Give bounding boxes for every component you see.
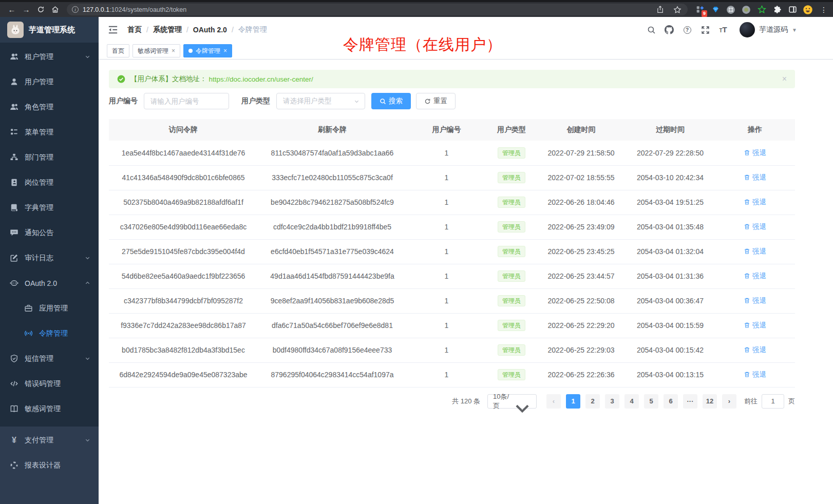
app-logo	[7, 22, 24, 38]
expire-time-cell: 2054-03-04 01:35:48	[626, 215, 715, 239]
force-logout-button[interactable]: 强退	[744, 173, 766, 182]
force-logout-button[interactable]: 强退	[744, 370, 766, 379]
share-icon[interactable]	[655, 5, 665, 15]
search-icon[interactable]	[647, 25, 656, 34]
extension-command-icon[interactable]	[726, 5, 736, 15]
breadcrumb-item[interactable]: OAuth 2.0	[193, 26, 227, 34]
user-id-input[interactable]	[144, 93, 229, 109]
force-logout-button[interactable]: 强退	[744, 272, 766, 281]
sidebar-item-errcode[interactable]: 错误码管理	[0, 371, 99, 396]
extension-devtools-icon[interactable]: 9	[695, 5, 705, 15]
next-page-button[interactable]: ›	[722, 394, 736, 409]
sidebar-item-dept[interactable]: 部门管理	[0, 145, 99, 170]
user-type-badge: 管理员	[498, 369, 525, 380]
goto-page-input[interactable]	[762, 394, 784, 409]
breadcrumb-item: 令牌管理	[238, 25, 267, 34]
sidebar-item-post[interactable]: 岗位管理	[0, 170, 99, 195]
sidebar-item-pay[interactable]: ¥支付管理	[0, 428, 99, 453]
sidebar-item-audit-log[interactable]: 审计日志	[0, 245, 99, 270]
page-button-5[interactable]: 5	[644, 394, 658, 409]
sidebar-item-user[interactable]: 用户管理	[0, 69, 99, 94]
search-button[interactable]: 搜索	[371, 93, 411, 109]
side-panel-icon[interactable]	[787, 5, 798, 15]
page-size-select[interactable]: 10条/页	[487, 394, 537, 409]
force-logout-button[interactable]: 强退	[744, 345, 766, 355]
sidebar-item-label: 审计日志	[25, 254, 53, 263]
user-menu[interactable]: 芋道源码 ▼	[740, 22, 797, 37]
forward-button[interactable]: →	[20, 4, 33, 16]
sidebar-item-menu[interactable]: 菜单管理	[0, 120, 99, 145]
tab-token[interactable]: 令牌管理×	[183, 44, 232, 57]
user-type-badge: 管理员	[498, 172, 525, 183]
prev-page-button[interactable]: ‹	[546, 394, 561, 409]
sidebar-item-sms[interactable]: 短信管理	[0, 346, 99, 371]
user-type-cell: 管理员	[486, 141, 537, 165]
tab-close-icon[interactable]: ×	[172, 47, 175, 54]
trash-icon	[744, 223, 750, 230]
page-button-1[interactable]: 1	[566, 394, 580, 409]
sidebar-item-oauth2-app[interactable]: 应用管理	[0, 296, 99, 321]
breadcrumb-item[interactable]: 系统管理	[153, 25, 182, 34]
app-logo-row[interactable]: 芋道管理系统	[0, 17, 99, 43]
sidebar-item-role[interactable]: 角色管理	[0, 94, 99, 120]
alert-close-icon[interactable]: ×	[782, 74, 787, 84]
tab-home[interactable]: 首页	[107, 44, 129, 57]
sidebar-item-tenant[interactable]: 租户管理	[0, 44, 99, 69]
sidebar-item-label: 令牌管理	[39, 329, 68, 338]
force-logout-button[interactable]: 强退	[744, 148, 766, 158]
sidebar-item-oauth2[interactable]: OAuth 2.0	[0, 270, 99, 296]
url-bar[interactable]: i 127.0.0.1:1024/system/oauth2/token	[67, 4, 688, 15]
sidebar-item-label: 短信管理	[25, 354, 53, 363]
page-button-4[interactable]: 4	[624, 394, 639, 409]
user-name: 芋道源码	[759, 25, 788, 34]
table-row: 41c41346a548490f9dc8b01c6bfe0865333ecfc7…	[109, 165, 795, 190]
sidebar-item-label: 错误码管理	[25, 379, 61, 389]
user-type-badge: 管理员	[498, 295, 525, 306]
collapse-sidebar-icon[interactable]	[108, 25, 118, 35]
browser-menu-icon[interactable]: ⋮	[820, 6, 828, 14]
search-icon	[380, 98, 386, 105]
back-button[interactable]: ←	[5, 4, 18, 16]
force-logout-button[interactable]: 强退	[744, 247, 766, 256]
tab-close-icon[interactable]: ×	[223, 47, 227, 54]
help-icon[interactable]: ?	[683, 25, 692, 34]
tab-sensitive-word[interactable]: 敏感词管理×	[132, 44, 180, 57]
access-token-cell: c342377bf8b344799dcbf7bf095287f2	[109, 288, 258, 313]
extension-gem-icon[interactable]	[710, 5, 721, 15]
force-logout-button[interactable]: 强退	[744, 296, 766, 305]
font-size-icon[interactable]: TT	[718, 25, 728, 34]
breadcrumb-item[interactable]: 首页	[127, 25, 142, 34]
user-type-select[interactable]: 请选择用户类型	[276, 93, 365, 109]
page-button-12[interactable]: 12	[703, 394, 717, 409]
profile-avatar-icon[interactable]	[803, 5, 813, 15]
github-icon[interactable]	[665, 25, 674, 34]
created-time-cell: 2022-06-25 22:29:03	[537, 338, 626, 362]
expire-time-cell: 2054-03-04 00:36:47	[626, 288, 715, 313]
sidebar-item-label: 敏感词管理	[25, 404, 61, 414]
goto-label: 前往	[744, 397, 758, 406]
extension-star-icon[interactable]	[756, 5, 767, 15]
sidebar-item-dict[interactable]: 字典管理	[0, 195, 99, 220]
extension-dot-icon[interactable]	[741, 5, 751, 15]
force-logout-button[interactable]: 强退	[744, 198, 766, 207]
table-row: 6d842e2924594de9a09e45e087323abe8796295f…	[109, 362, 795, 387]
force-logout-button[interactable]: 强退	[744, 321, 766, 330]
home-button[interactable]	[48, 4, 62, 16]
alert-doc-link[interactable]: https://doc.iocoder.cn/user-center/	[209, 75, 313, 83]
reset-button[interactable]: 重置	[416, 93, 456, 109]
extensions-puzzle-icon[interactable]	[772, 5, 782, 15]
site-info-icon[interactable]: i	[72, 6, 79, 13]
sidebar-item-sensitive-word[interactable]: 敏感词管理	[0, 396, 99, 421]
page-suffix: 页	[788, 397, 795, 406]
page-button-6[interactable]: 6	[664, 394, 678, 409]
sidebar-item-oauth2-token[interactable]: 令牌管理	[0, 321, 99, 346]
bookmark-star-icon[interactable]	[672, 5, 683, 15]
fullscreen-icon[interactable]	[701, 25, 710, 34]
sidebar-item-report-designer[interactable]: 报表设计器	[0, 453, 99, 478]
page-button-2[interactable]: 2	[585, 394, 600, 409]
sidebar-item-notice[interactable]: 通知公告	[0, 220, 99, 245]
reload-button[interactable]	[34, 4, 47, 16]
page-button-3[interactable]: 3	[605, 394, 619, 409]
more-pages-button[interactable]: ···	[683, 394, 697, 409]
force-logout-button[interactable]: 强退	[744, 222, 766, 231]
